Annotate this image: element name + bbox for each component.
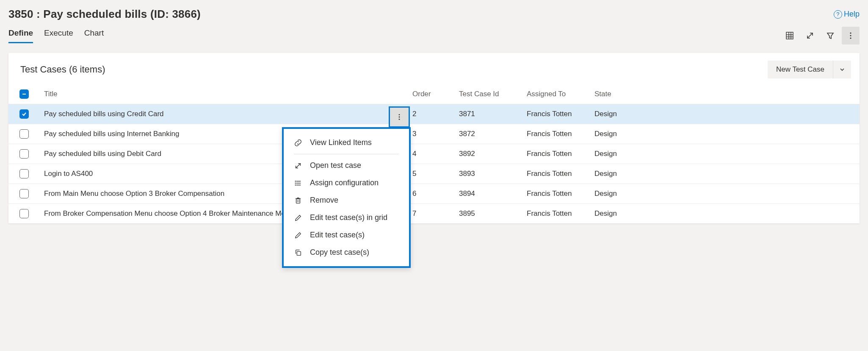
menu-item[interactable]: Open test case: [284, 157, 409, 174]
cell-assigned: Francis Totten: [522, 204, 589, 224]
menu-item-label: Edit test case(s): [310, 231, 365, 240]
column-header-tcid[interactable]: Test Case Id: [454, 84, 522, 104]
table-row[interactable]: Pay scheduled bills using Credit Card238…: [8, 104, 860, 124]
cell-assigned: Francis Totten: [522, 144, 589, 164]
help-link[interactable]: ? Help: [834, 10, 860, 19]
tab-strip: Define Execute Chart: [8, 28, 104, 43]
cell-tcid: 3871: [454, 104, 522, 124]
menu-item-label: Edit test case(s) in grid: [310, 213, 387, 222]
menu-item[interactable]: Edit test case(s) in grid: [284, 209, 409, 226]
tab-chart[interactable]: Chart: [84, 28, 104, 43]
panel-title: Test Cases (6 items): [20, 64, 105, 75]
menu-item-label: Copy test case(s): [310, 248, 369, 257]
row-context-menu: View Linked ItemsOpen test caseAssign co…: [282, 127, 411, 268]
cell-order: 3: [407, 124, 454, 144]
grid-icon: [785, 31, 794, 40]
row-checkbox[interactable]: [19, 129, 29, 139]
column-header-order[interactable]: Order: [407, 84, 454, 104]
table-row[interactable]: From Main Menu choose Option 3 Broker Co…: [8, 184, 860, 204]
table-row[interactable]: Pay scheduled bills using Internet Banki…: [8, 124, 860, 144]
cell-state: Design: [589, 204, 860, 224]
svg-line-5: [807, 33, 813, 38]
column-header-assigned[interactable]: Assigned To: [522, 84, 589, 104]
cell-order: 2: [407, 104, 454, 124]
cell-order: 4: [407, 144, 454, 164]
new-test-case-dropdown[interactable]: [833, 61, 851, 78]
svg-point-11: [399, 114, 400, 115]
svg-marker-6: [827, 33, 833, 39]
svg-line-14: [296, 163, 301, 168]
row-checkbox[interactable]: [19, 189, 29, 198]
help-icon: ?: [834, 10, 842, 19]
row-checkbox[interactable]: [19, 149, 29, 159]
open-icon: [294, 162, 302, 170]
menu-item-label: Assign configuration: [310, 178, 379, 187]
menu-item-label: View Linked Items: [310, 138, 372, 147]
cell-assigned: Francis Totten: [522, 164, 589, 184]
svg-point-7: [850, 32, 851, 33]
svg-point-9: [850, 37, 851, 39]
cell-state: Design: [589, 144, 860, 164]
svg-point-8: [850, 35, 851, 36]
svg-point-18: [295, 181, 296, 181]
svg-point-20: [295, 185, 296, 185]
filter-icon: [826, 31, 835, 40]
cell-title: Pay scheduled bills using Credit Card: [39, 104, 407, 124]
chevron-down-icon: [839, 67, 845, 72]
cell-order: 7: [407, 204, 454, 224]
select-all-checkbox[interactable]: [19, 89, 29, 99]
row-checkbox[interactable]: [19, 169, 29, 178]
new-test-case-split-button: New Test Case: [768, 61, 851, 78]
more-vertical-icon: [846, 31, 855, 40]
cell-order: 6: [407, 184, 454, 204]
menu-item-label: Open test case: [310, 161, 361, 170]
row-checkbox[interactable]: [19, 109, 29, 119]
row-checkbox[interactable]: [19, 209, 29, 218]
svg-point-12: [399, 117, 400, 118]
svg-point-13: [399, 119, 400, 120]
fullscreen-button[interactable]: [801, 27, 819, 45]
cell-tcid: 3893: [454, 164, 522, 184]
toolbar: [781, 27, 860, 45]
tab-execute[interactable]: Execute: [44, 28, 73, 43]
expand-icon: [806, 31, 814, 40]
copy-icon: [294, 248, 302, 257]
help-label: Help: [844, 10, 860, 19]
edit-icon: [294, 214, 302, 222]
cell-tcid: 3872: [454, 124, 522, 144]
trash-icon: [294, 196, 302, 205]
menu-item[interactable]: Copy test case(s): [284, 244, 409, 261]
menu-item[interactable]: Assign configuration: [284, 174, 409, 192]
row-actions-button[interactable]: [389, 106, 410, 128]
menu-item-label: Remove: [310, 196, 338, 205]
cell-assigned: Francis Totten: [522, 104, 589, 124]
menu-item[interactable]: Remove: [284, 192, 409, 209]
table-row[interactable]: Pay scheduled bills using Debit Card4389…: [8, 144, 860, 164]
menu-item[interactable]: Edit test case(s): [284, 226, 409, 244]
column-header-state[interactable]: State: [589, 84, 860, 104]
more-vertical-icon: [395, 113, 403, 121]
svg-point-19: [295, 183, 296, 183]
cell-state: Design: [589, 124, 860, 144]
more-actions-button[interactable]: [842, 27, 860, 45]
menu-separator: [294, 154, 399, 154]
cell-tcid: 3892: [454, 144, 522, 164]
config-icon: [294, 179, 302, 187]
svg-rect-0: [786, 32, 793, 39]
menu-item[interactable]: View Linked Items: [284, 134, 409, 151]
filter-button[interactable]: [821, 27, 839, 45]
cell-state: Design: [589, 104, 860, 124]
column-header-title[interactable]: Title: [39, 84, 407, 104]
cell-assigned: Francis Totten: [522, 184, 589, 204]
tab-define[interactable]: Define: [8, 28, 33, 43]
table-row[interactable]: From Broker Compensation Menu choose Opt…: [8, 204, 860, 224]
cell-assigned: Francis Totten: [522, 124, 589, 144]
table-row[interactable]: Login to AS40053893Francis TottenDesign: [8, 164, 860, 184]
link-icon: [294, 139, 302, 147]
cell-order: 5: [407, 164, 454, 184]
cell-tcid: 3894: [454, 184, 522, 204]
test-cases-table: Title Order Test Case Id Assigned To Sta…: [8, 84, 860, 223]
grid-view-button[interactable]: [781, 27, 799, 45]
cell-state: Design: [589, 184, 860, 204]
new-test-case-button[interactable]: New Test Case: [768, 61, 833, 78]
